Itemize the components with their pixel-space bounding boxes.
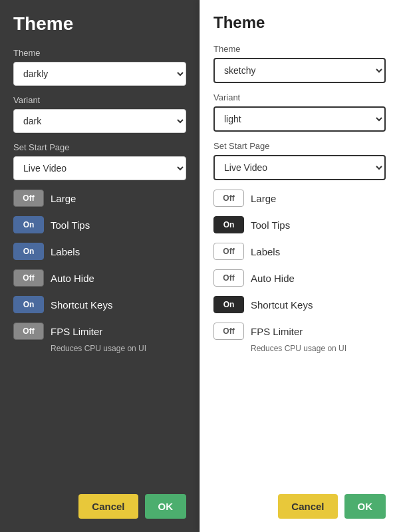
- left-variant-section: Variant dark light: [13, 95, 186, 133]
- left-startpage-select[interactable]: Live Video Dashboard Settings: [13, 156, 186, 180]
- right-variant-select[interactable]: dark light: [213, 106, 386, 132]
- right-toggle-shortcut-label: Shortcut Keys: [251, 299, 313, 311]
- left-toggle-tooltips: On Tool Tips: [13, 216, 186, 233]
- left-toggle-fps: Off FPS Limiter: [13, 323, 186, 340]
- left-toggle-large-label: Large: [51, 193, 76, 204]
- right-ok-button[interactable]: OK: [344, 494, 386, 519]
- left-toggle-shortcut-label: Shortcut Keys: [51, 299, 112, 311]
- left-toggle-autohide-btn[interactable]: Off: [13, 269, 44, 287]
- right-toggle-autohide-label: Auto Hide: [251, 273, 295, 284]
- left-toggle-labels: On Labels: [13, 243, 186, 260]
- right-startpage-label: Set Start Page: [213, 141, 386, 151]
- left-fps-note: Reduces CPU usage on UI: [51, 344, 186, 353]
- right-theme-select[interactable]: darkly sketchy cerulean: [213, 58, 386, 83]
- right-cancel-button[interactable]: Cancel: [278, 494, 337, 519]
- right-toggle-fps-btn[interactable]: Off: [213, 323, 244, 340]
- left-toggle-autohide: Off Auto Hide: [13, 269, 186, 287]
- right-toggle-large-label: Large: [251, 193, 276, 204]
- right-toggle-labels: Off Labels: [213, 243, 386, 260]
- left-panel: Theme Theme darkly sketchy cerulean cosm…: [0, 0, 200, 532]
- right-toggle-fps: Off FPS Limiter: [213, 323, 386, 340]
- right-toggle-tooltips-label: Tool Tips: [251, 219, 290, 231]
- right-toggle-tooltips-btn[interactable]: On: [213, 216, 244, 233]
- right-bottom-buttons: Cancel OK: [278, 494, 386, 519]
- left-bottom-buttons: Cancel OK: [78, 494, 186, 519]
- left-toggle-large: Off Large: [13, 190, 186, 207]
- right-toggle-autohide: Off Auto Hide: [213, 269, 386, 287]
- right-title: Theme: [213, 13, 386, 32]
- left-toggle-autohide-label: Auto Hide: [51, 273, 94, 284]
- right-toggle-shortcut: On Shortcut Keys: [213, 296, 386, 313]
- left-startpage-section: Set Start Page Live Video Dashboard Sett…: [13, 142, 186, 180]
- left-variant-label: Variant: [13, 95, 186, 105]
- right-toggle-labels-btn[interactable]: Off: [213, 243, 244, 260]
- right-theme-section: Theme darkly sketchy cerulean: [213, 44, 386, 83]
- left-toggle-tooltips-btn[interactable]: On: [13, 216, 44, 233]
- right-theme-label: Theme: [213, 44, 386, 54]
- right-fps-note: Reduces CPU usage on UI: [251, 344, 386, 353]
- left-toggle-tooltips-label: Tool Tips: [51, 219, 90, 231]
- left-cancel-button[interactable]: Cancel: [78, 494, 138, 519]
- left-toggle-fps-btn[interactable]: Off: [13, 323, 44, 340]
- left-theme-select[interactable]: darkly sketchy cerulean cosmo: [13, 62, 186, 86]
- left-theme-section: Theme darkly sketchy cerulean cosmo: [13, 48, 186, 86]
- left-toggle-fps-label: FPS Limiter: [51, 326, 102, 337]
- right-toggle-shortcut-btn[interactable]: On: [213, 296, 244, 313]
- right-toggle-large: Off Large: [213, 190, 386, 207]
- left-variant-select[interactable]: dark light: [13, 109, 186, 133]
- right-toggle-tooltips: On Tool Tips: [213, 216, 386, 233]
- right-panel: Theme Theme darkly sketchy cerulean Vari…: [200, 0, 399, 532]
- right-startpage-select[interactable]: Live Video Dashboard Settings: [213, 155, 386, 180]
- right-variant-label: Variant: [213, 92, 386, 102]
- left-title: Theme: [13, 13, 186, 35]
- right-variant-section: Variant dark light: [213, 92, 386, 132]
- right-toggle-labels-label: Labels: [251, 246, 280, 257]
- left-ok-button[interactable]: OK: [145, 494, 187, 519]
- left-toggle-labels-btn[interactable]: On: [13, 243, 44, 260]
- left-toggle-shortcut: On Shortcut Keys: [13, 296, 186, 313]
- left-theme-label: Theme: [13, 48, 186, 58]
- right-toggle-fps-label: FPS Limiter: [251, 326, 303, 337]
- left-toggle-shortcut-btn[interactable]: On: [13, 296, 44, 313]
- right-toggle-autohide-btn[interactable]: Off: [213, 269, 244, 287]
- right-toggle-large-btn[interactable]: Off: [213, 190, 244, 207]
- right-startpage-section: Set Start Page Live Video Dashboard Sett…: [213, 141, 386, 180]
- left-toggle-large-btn[interactable]: Off: [13, 190, 44, 207]
- left-startpage-label: Set Start Page: [13, 142, 186, 152]
- left-toggle-labels-label: Labels: [51, 246, 80, 257]
